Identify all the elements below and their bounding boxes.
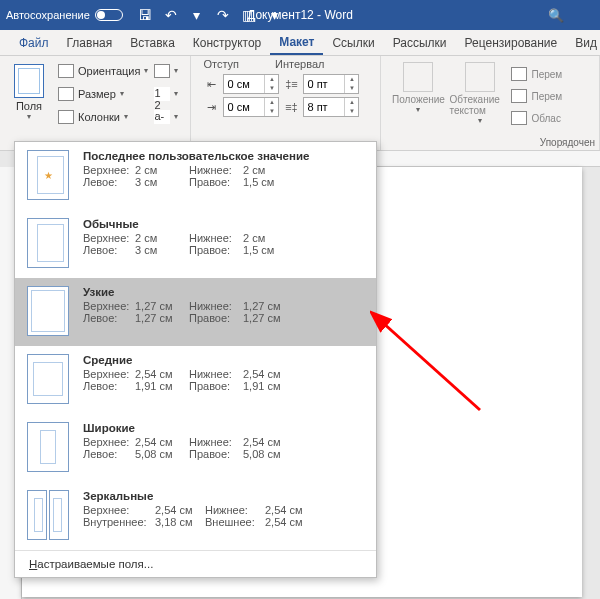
indent-header: Отступ [203,58,239,70]
group-page-setup: Поля ▾ Ориентация▾ Размер▾ Колонки▾ ▾ 12… [0,56,191,150]
tab-design[interactable]: Конструктор [184,30,270,55]
tab-view[interactable]: Вид [566,30,600,55]
bring-forward-button[interactable]: Перем [511,64,562,84]
spacing-before-spinner[interactable]: ▲▼ [303,74,359,94]
margins-preset-item[interactable]: Последнее пользовательское значениеВерхн… [15,142,376,210]
margins-preset-item[interactable]: УзкиеВерхнее:1,27 смНижнее:1,27 смЛевое:… [15,278,376,346]
position-icon [403,62,433,92]
margins-label: Поля [16,100,42,112]
chevron-down-icon: ▾ [124,112,128,121]
columns-icon [58,110,74,124]
orientation-button[interactable]: Ориентация▾ [58,60,148,81]
custom-margins-item[interactable]: Настраиваемые поля... [15,550,376,577]
orientation-icon [58,64,74,78]
indent-left-icon: ⇤ [203,77,219,91]
chevron-down-icon: ▾ [144,66,148,75]
line-numbers-icon: 12 [154,87,170,101]
margins-preset-icon [27,286,69,336]
margins-preset-icon [27,490,69,540]
indent-right-spinner[interactable]: ▲▼ [223,97,279,117]
margins-preset-title: Узкие [83,286,366,298]
tab-review[interactable]: Рецензирование [456,30,567,55]
position-button[interactable]: Положение▾ [387,62,449,128]
size-button[interactable]: Размер▾ [58,83,148,104]
margins-preset-icon [27,354,69,404]
selection-pane-button[interactable]: Облас [511,108,562,128]
line-numbers-button[interactable]: 12▾ [154,83,184,104]
indent-left-spinner[interactable]: ▲▼ [223,74,279,94]
wrap-text-button[interactable]: Обтекание текстом▾ [449,62,511,128]
autosave-toggle[interactable]: Автосохранение [6,9,123,21]
search-icon[interactable]: 🔍 [548,8,564,23]
tab-references[interactable]: Ссылки [323,30,383,55]
hyphenation-icon: a- [154,110,170,124]
save-icon[interactable]: 🖫 [137,7,153,23]
margins-preset-title: Последнее пользовательское значение [83,150,366,162]
margins-preset-icon [27,422,69,472]
margins-preset-title: Зеркальные [83,490,366,502]
redo-icon[interactable]: ↷ [215,7,231,23]
indent-right-icon: ⇥ [203,100,219,114]
tab-layout[interactable]: Макет [270,30,323,55]
hyphenation-button[interactable]: a-▾ [154,106,184,127]
margins-dropdown-menu: Последнее пользовательское значениеВерхн… [14,141,377,578]
margins-preset-title: Обычные [83,218,366,230]
undo-icon[interactable]: ↶ [163,7,179,23]
ribbon: Поля ▾ Ориентация▾ Размер▾ Колонки▾ ▾ 12… [0,56,600,151]
size-icon [58,87,74,101]
breaks-icon [154,64,170,78]
spacing-after-icon: ≡‡ [283,100,299,114]
margins-preset-item[interactable]: ШирокиеВерхнее:2,54 смНижнее:2,54 смЛево… [15,414,376,482]
margins-preset-item[interactable]: СредниеВерхнее:2,54 смНижнее:2,54 смЛево… [15,346,376,414]
send-backward-icon [511,89,527,103]
title-bar: Автосохранение 🖫 ↶ ▾ ↷ ▥ ▾ Документ12 - … [0,0,600,30]
margins-preset-item[interactable]: ОбычныеВерхнее:2 смНижнее:2 смЛевое:3 см… [15,210,376,278]
tab-file[interactable]: Файл [10,30,58,55]
wrap-icon [465,62,495,92]
tab-home[interactable]: Главная [58,30,122,55]
group-arrange: Положение▾ Обтекание текстом▾ Перем Пере… [381,56,600,150]
arrange-group-label: Упорядочен [540,137,595,148]
tab-insert[interactable]: Вставка [121,30,184,55]
columns-button[interactable]: Колонки▾ [58,106,148,127]
undo-dropdown-icon[interactable]: ▾ [189,7,205,23]
margins-preset-icon [27,150,69,200]
chevron-down-icon: ▾ [120,89,124,98]
document-title: Документ12 - Word [247,8,353,22]
spacing-header: Интервал [275,58,324,70]
spacing-after-spinner[interactable]: ▲▼ [303,97,359,117]
margins-preset-title: Широкие [83,422,366,434]
chevron-down-icon: ▾ [27,112,31,121]
margins-preset-title: Средние [83,354,366,366]
toggle-switch-icon[interactable] [95,9,123,21]
selection-pane-icon [511,111,527,125]
spacing-before-icon: ‡≡ [283,77,299,91]
ribbon-tabs: Файл Главная Вставка Конструктор Макет С… [0,30,600,56]
tab-mailings[interactable]: Рассылки [384,30,456,55]
group-paragraph: Отступ Интервал ⇤ ▲▼ ‡≡ ▲▼ ⇥ ▲▼ ≡‡ ▲▼ [191,56,381,150]
margins-button[interactable]: Поля ▾ [6,60,52,134]
autosave-label: Автосохранение [6,9,90,21]
send-backward-button[interactable]: Перем [511,86,562,106]
margins-preset-item[interactable]: ЗеркальныеВерхнее:2,54 смНижнее:2,54 смВ… [15,482,376,550]
margins-icon [14,64,44,98]
bring-forward-icon [511,67,527,81]
breaks-button[interactable]: ▾ [154,60,184,81]
margins-preset-icon [27,218,69,268]
